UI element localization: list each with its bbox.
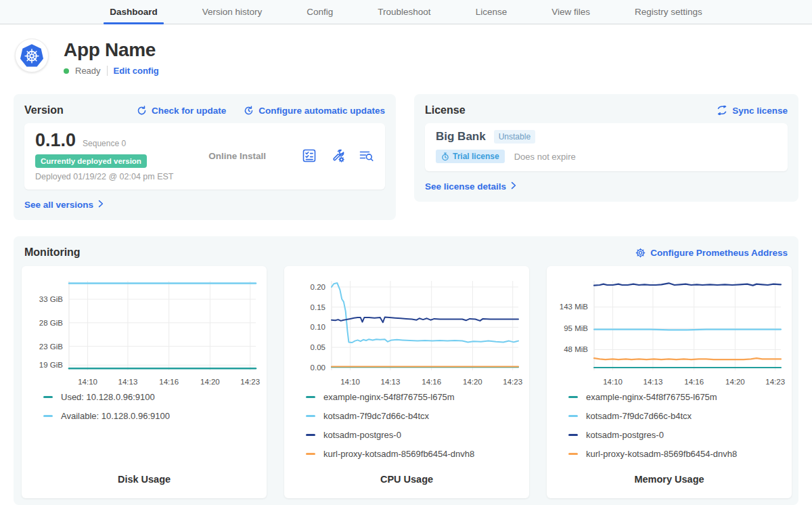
svg-text:143 MiB: 143 MiB [560, 303, 589, 311]
legend-dash [43, 415, 53, 417]
svg-text:14:23: 14:23 [503, 378, 522, 386]
edit-config-link[interactable]: Edit config [114, 66, 159, 76]
see-license-details-link[interactable]: See license details [425, 181, 516, 192]
legend-label: kurl-proxy-kotsadm-8569fb6454-dnvh8 [586, 449, 737, 459]
svg-text:19 GiB: 19 GiB [39, 361, 63, 369]
legend-label: kurl-proxy-kotsadm-8569fb6454-dnvh8 [323, 449, 474, 459]
cpu-usage-chart[interactable]: 14:1014:1314:1614:2014:230.200.150.100.0… [290, 274, 524, 391]
tab-view-files[interactable]: View files [548, 0, 593, 24]
deployed-timestamp: Deployed 01/19/22 @ 02:04 pm EST [35, 172, 173, 181]
legend-item: Available: 10.128.0.96:9100 [43, 411, 261, 421]
cpu-usage-panel: 14:1014:1314:1614:2014:230.200.150.100.0… [284, 266, 529, 498]
top-nav: DashboardVersion historyConfigTroublesho… [0, 0, 812, 24]
chart-title: Disk Usage [27, 474, 261, 485]
legend-item: example-nginx-54f8f76755-l675m [568, 392, 786, 402]
legend-label: example-nginx-54f8f76755-l675m [586, 392, 717, 402]
svg-text:14:13: 14:13 [381, 378, 401, 386]
legend-dash [306, 453, 315, 455]
monitoring-card: Monitoring Configure Prometheus Address … [14, 236, 798, 505]
legend-dash [306, 396, 315, 398]
app-logo [15, 39, 49, 72]
disk-usage-chart[interactable]: 14:1014:1314:1614:2014:2333 GiB28 GiB23 … [27, 274, 261, 391]
configure-automatic-updates-button[interactable]: Configure automatic updates [244, 106, 385, 116]
main-content: Version Check for update Configure autom… [0, 94, 812, 505]
checklist-icon [301, 148, 317, 164]
svg-text:14:10: 14:10 [340, 378, 360, 386]
license-box: Big Bank Unstable Trial license Does not… [425, 123, 788, 171]
legend-item: kotsadm-7f9dc7d66c-b4tcx [568, 411, 786, 421]
monitoring-title: Monitoring [24, 246, 81, 259]
legend-dash [306, 434, 315, 436]
svg-text:0.10: 0.10 [311, 323, 325, 331]
tab-registry-settings[interactable]: Registry settings [631, 0, 706, 24]
chart-title: CPU Usage [290, 474, 524, 485]
version-card-title: Version [24, 104, 64, 116]
version-number: 0.1.0 [35, 130, 76, 151]
legend-label: kotsadm-7f9dc7d66c-b4tcx [586, 411, 692, 421]
svg-text:14:23: 14:23 [765, 378, 785, 386]
kubernetes-icon [19, 43, 45, 68]
configure-prometheus-button[interactable]: Configure Prometheus Address [635, 248, 788, 258]
check-for-update-button[interactable]: Check for update [137, 106, 226, 116]
clock-refresh-icon [244, 106, 254, 116]
legend-dash [43, 396, 53, 398]
svg-text:0.20: 0.20 [311, 283, 325, 291]
svg-text:14:13: 14:13 [118, 378, 138, 386]
svg-text:48 MiB: 48 MiB [564, 345, 588, 353]
memory-usage-chart[interactable]: 14:1014:1314:1614:2014:23143 MiB95 MiB48… [552, 274, 786, 391]
install-type-label: Online Install [173, 151, 301, 161]
preflight-checks-button[interactable] [301, 148, 317, 164]
svg-text:0.00: 0.00 [311, 364, 325, 372]
logs-search-icon [358, 148, 374, 164]
legend-item: kotsadm-7f9dc7d66c-b4tcx [306, 411, 524, 421]
legend-dash [568, 415, 578, 417]
status-text: Ready [75, 66, 101, 76]
status-dot [64, 68, 69, 74]
license-card: License Sync license Big Bank Unstable T… [414, 94, 798, 202]
legend-dash [306, 415, 315, 417]
svg-text:14:16: 14:16 [422, 378, 441, 386]
legend-dash [568, 434, 578, 436]
svg-text:0.15: 0.15 [311, 303, 325, 311]
deploy-logs-button[interactable] [358, 148, 374, 164]
app-header: App Name Ready Edit config [0, 24, 812, 76]
legend-label: kotsadm-7f9dc7d66c-b4tcx [323, 411, 429, 421]
svg-text:14:10: 14:10 [603, 378, 623, 386]
gear-icon [635, 248, 646, 258]
deployed-badge: Currently deployed version [35, 154, 147, 168]
chevron-right-icon [98, 200, 104, 210]
legend-item: kotsadm-postgres-0 [306, 430, 524, 440]
divider [107, 66, 108, 76]
svg-text:28 GiB: 28 GiB [39, 319, 63, 327]
svg-text:14:16: 14:16 [684, 378, 704, 386]
tab-config[interactable]: Config [303, 0, 336, 24]
see-all-versions-link[interactable]: See all versions [24, 200, 104, 210]
legend-item: Used: 10.128.0.96:9100 [43, 392, 261, 402]
stopwatch-icon [441, 152, 449, 161]
legend-dash [568, 453, 578, 455]
svg-text:14:10: 14:10 [78, 378, 97, 386]
legend-label: kotsadm-postgres-0 [586, 430, 664, 440]
disk-usage-legend: Used: 10.128.0.96:9100Available: 10.128.… [43, 392, 261, 421]
tab-license[interactable]: License [472, 0, 511, 24]
version-card: Version Check for update Configure autom… [14, 94, 396, 220]
sync-arrows-icon [717, 106, 727, 115]
svg-text:33 GiB: 33 GiB [39, 295, 63, 303]
svg-text:23 GiB: 23 GiB [39, 343, 63, 351]
legend-label: kotsadm-postgres-0 [323, 430, 401, 440]
tab-troubleshoot[interactable]: Troubleshoot [374, 0, 434, 24]
tab-dashboard[interactable]: Dashboard [106, 0, 161, 24]
legend-label: example-nginx-54f8f76755-l675m [323, 392, 455, 402]
legend-item: kotsadm-postgres-0 [568, 430, 786, 440]
svg-text:14:23: 14:23 [240, 378, 260, 386]
chart-title: Memory Usage [552, 474, 786, 485]
view-config-button[interactable] [330, 148, 346, 164]
sequence-label: Sequence 0 [83, 139, 126, 148]
svg-text:14:20: 14:20 [725, 378, 745, 386]
customer-name: Big Bank [436, 130, 486, 144]
tab-version-history[interactable]: Version history [199, 0, 266, 24]
cpu-usage-legend: example-nginx-54f8f76755-l675mkotsadm-7f… [306, 392, 524, 459]
legend-label: Used: 10.128.0.96:9100 [61, 392, 155, 402]
wrench-gear-icon [330, 148, 346, 164]
sync-license-button[interactable]: Sync license [717, 106, 788, 116]
